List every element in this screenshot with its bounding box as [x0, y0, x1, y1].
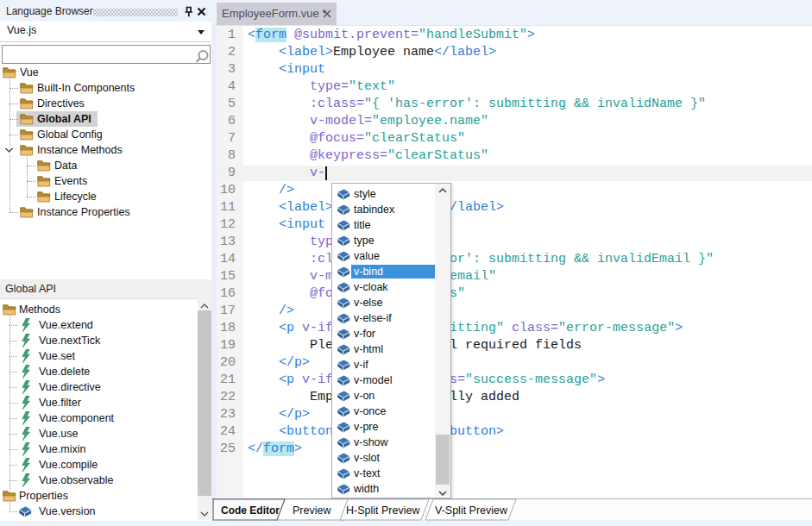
svg-text:H-Split Preview: H-Split Preview [346, 504, 420, 517]
svg-text:V-Split Preview: V-Split Preview [435, 504, 508, 517]
svg-text:Preview: Preview [293, 504, 331, 517]
svg-text:Code Editor: Code Editor [221, 504, 280, 517]
